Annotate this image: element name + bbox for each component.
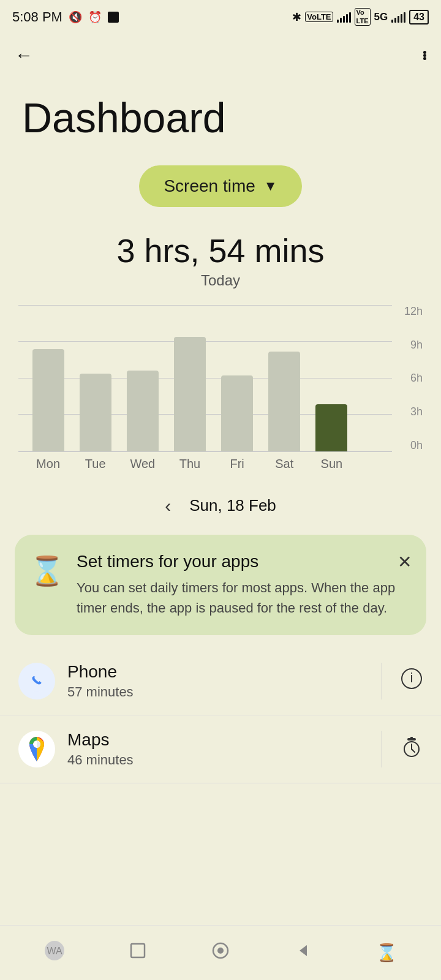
list-item: Phone 57 minutes i	[0, 647, 441, 715]
label-fri: Fri	[214, 457, 261, 471]
bar-fri-rect	[221, 375, 253, 451]
svg-point-12	[217, 948, 224, 954]
chart-x-labels: Mon Tue Wed Thu Fri Sat Sun	[18, 452, 361, 471]
chart-section: Mon Tue Wed Thu Fri Sat Sun 12h 9h 6h 3h…	[0, 293, 441, 477]
timers-card-close-button[interactable]: ✕	[398, 552, 412, 572]
y-label-3h: 3h	[392, 405, 423, 418]
bottom-nav-timer[interactable]: ⌛	[376, 943, 398, 963]
svg-marker-13	[300, 945, 307, 956]
label-wed: Wed	[119, 457, 166, 471]
back-triangle-icon	[293, 940, 314, 965]
bar-thu-rect	[174, 337, 206, 451]
phone-app-name: Phone	[67, 662, 363, 682]
bottom-nav-circle[interactable]	[210, 940, 231, 965]
total-time-value: 3 hrs, 54 mins	[0, 232, 441, 270]
bar-tue	[72, 305, 119, 451]
bar-tue-rect	[80, 374, 111, 451]
app-list: Phone 57 minutes i Maps 46 minutes	[0, 647, 441, 783]
total-time-label: Today	[0, 272, 441, 289]
total-time-section: 3 hrs, 54 mins Today	[0, 225, 441, 293]
hourglass-nav-icon: ⌛	[376, 943, 398, 963]
timers-card-title: Set timers for your apps	[77, 552, 412, 571]
bar-wed-rect	[127, 371, 159, 451]
whatsapp-icon: WA	[43, 940, 66, 966]
maps-timer-button[interactable]	[401, 736, 423, 763]
app-divider-2	[382, 731, 382, 767]
stop-icon	[108, 12, 119, 23]
bar-wed	[119, 305, 166, 451]
date-prev-button[interactable]: ‹	[165, 496, 171, 516]
bar-mon-rect	[32, 349, 64, 451]
app-divider-1	[382, 663, 382, 699]
maps-app-icon	[18, 731, 55, 767]
page-title-section: Dashboard	[0, 77, 441, 153]
mute-icon: 🔇	[69, 10, 82, 24]
y-label-0h: 0h	[392, 439, 423, 452]
bar-sun	[308, 305, 355, 451]
signal-bars-1	[337, 12, 351, 23]
phone-app-icon	[18, 663, 55, 699]
timers-card: ⌛ Set timers for your apps You can set d…	[15, 535, 426, 635]
bottom-nav-whatsapp[interactable]: WA	[43, 940, 66, 966]
chart-y-labels: 12h 9h 6h 3h 0h	[392, 305, 423, 452]
volte-badge-1: VoLTE	[305, 12, 333, 23]
svg-rect-4	[410, 737, 413, 739]
date-navigation: ‹ Sun, 18 Feb	[0, 477, 441, 529]
bluetooth-icon: ✱	[292, 10, 301, 24]
y-label-12h: 12h	[392, 305, 423, 318]
maps-app-info: Maps 46 minutes	[67, 730, 363, 768]
square-icon	[127, 940, 148, 965]
svg-text:WA: WA	[47, 946, 62, 956]
bar-sat-rect	[268, 352, 300, 451]
back-button[interactable]: ←	[15, 45, 33, 66]
bar-mon	[24, 305, 72, 451]
screen-time-section: Screen time ▼	[0, 153, 441, 225]
list-item: Maps 46 minutes	[0, 715, 441, 783]
y-label-6h: 6h	[392, 372, 423, 385]
bottom-nav: WA ⌛	[0, 925, 441, 980]
status-right: ✱ VoLTE VoLTE 5G 43	[292, 8, 429, 25]
current-date-label: Sun, 18 Feb	[189, 496, 276, 515]
status-bar: 5:08 PM 🔇 ⏰ ✱ VoLTE VoLTE 5G 43	[0, 0, 441, 34]
screen-time-button[interactable]: Screen time ▼	[139, 165, 301, 207]
label-sat: Sat	[261, 457, 308, 471]
nav-bar: ←	[0, 34, 441, 77]
maps-app-name: Maps	[67, 730, 363, 750]
alarm-icon: ⏰	[88, 10, 102, 24]
svg-text:i: i	[410, 670, 413, 685]
phone-app-time: 57 minutes	[67, 684, 363, 700]
svg-rect-10	[131, 944, 145, 957]
hourglass-icon: ⌛	[29, 554, 64, 587]
circle-icon	[210, 940, 231, 965]
bar-sat	[261, 305, 308, 451]
label-sun: Sun	[308, 457, 355, 471]
bottom-nav-home[interactable]	[127, 940, 148, 965]
phone-app-info: Phone 57 minutes	[67, 662, 363, 700]
timers-card-content: Set timers for your apps You can set dai…	[77, 552, 412, 618]
bar-sun-rect	[315, 404, 347, 451]
battery-indicator: 43	[409, 10, 429, 24]
bar-thu	[166, 305, 213, 451]
status-left: 5:08 PM 🔇 ⏰	[12, 9, 119, 25]
signal-bars-2	[391, 12, 405, 23]
5g-label: 5G	[374, 11, 388, 23]
label-tue: Tue	[72, 457, 119, 471]
svg-line-7	[412, 749, 415, 752]
phone-info-button[interactable]: i	[401, 668, 423, 695]
volte-badge-2: VoLTE	[355, 8, 371, 25]
weekly-bar-chart	[18, 305, 392, 452]
status-time: 5:08 PM	[12, 9, 62, 25]
y-label-9h: 9h	[392, 339, 423, 352]
page-title: Dashboard	[22, 95, 419, 141]
timers-card-description: You can set daily timers for most apps. …	[77, 578, 412, 618]
label-mon: Mon	[24, 457, 72, 471]
bottom-nav-back[interactable]	[293, 940, 314, 965]
chevron-down-icon: ▼	[264, 178, 277, 194]
chart-bars	[18, 305, 361, 451]
maps-app-time: 46 minutes	[67, 752, 363, 768]
screen-time-label: Screen time	[164, 176, 255, 196]
more-menu-button[interactable]	[423, 51, 426, 60]
bar-fri	[214, 305, 261, 451]
label-thu: Thu	[166, 457, 213, 471]
